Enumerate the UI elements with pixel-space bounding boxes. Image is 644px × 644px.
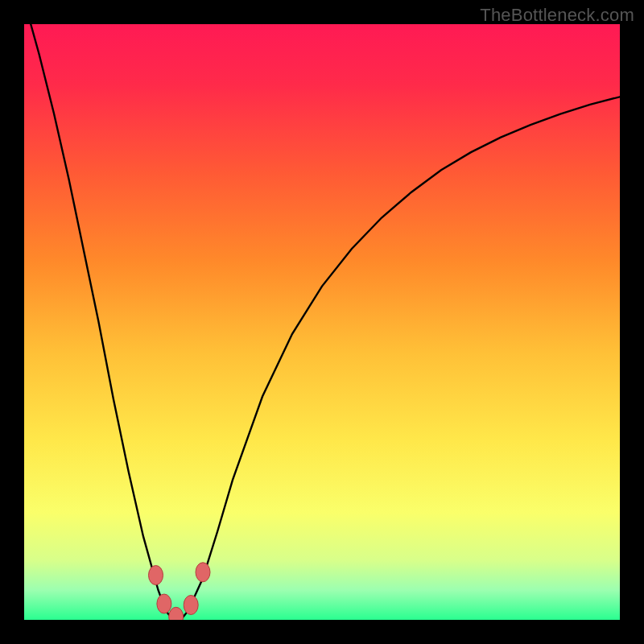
- marker-dot: [196, 563, 210, 582]
- marker-dot: [157, 594, 171, 613]
- marker-dot: [149, 566, 163, 585]
- plot-area: [24, 24, 620, 620]
- marker-dot: [184, 596, 198, 615]
- chart-svg: [24, 24, 620, 620]
- chart-frame: TheBottleneck.com: [0, 0, 644, 644]
- gradient-background: [24, 24, 620, 620]
- watermark-text: TheBottleneck.com: [480, 5, 634, 26]
